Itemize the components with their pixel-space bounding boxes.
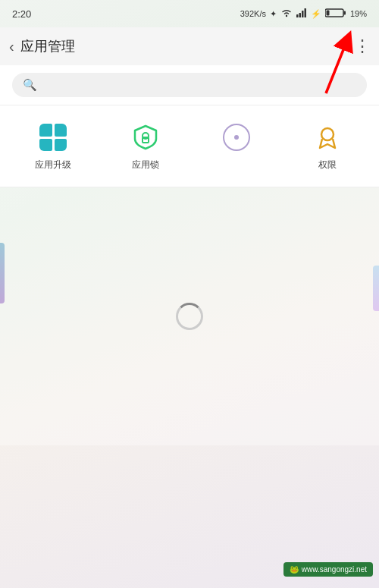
loading-spinner	[176, 303, 203, 330]
unknown-icon-wrap	[220, 121, 253, 154]
search-input[interactable]	[43, 79, 356, 91]
action-item-upgrade[interactable]: 应用升级	[26, 118, 80, 175]
upgrade-icon-wrap	[36, 121, 70, 154]
status-icons: 392K/s ✦ ⚡ 19%	[240, 8, 367, 20]
upgrade-label: 应用升级	[35, 159, 71, 171]
network-speed: 392K/s	[240, 9, 266, 18]
right-decorative-strip	[373, 266, 379, 311]
battery-icon	[325, 8, 346, 20]
bluetooth-icon: ✦	[270, 9, 277, 19]
lock-icon-wrap	[129, 121, 162, 154]
wifi-icon	[280, 8, 293, 20]
shield-icon	[132, 124, 159, 151]
svg-point-0	[286, 15, 287, 17]
svg-point-13	[321, 128, 334, 140]
svg-rect-2	[299, 13, 301, 17]
upgrade-icon	[39, 124, 67, 151]
svg-rect-6	[343, 11, 346, 15]
watermark-site: www.sangongzi.net	[302, 565, 367, 574]
grid-cell-tl	[39, 124, 52, 137]
watermark: 🐸 www.sangongzi.net	[0, 550, 379, 588]
header-left: ‹ 应用管理	[9, 37, 75, 55]
back-button[interactable]: ‹	[9, 38, 14, 55]
grid-cell-tr	[55, 124, 67, 137]
badge-icon-wrap	[311, 121, 344, 154]
search-bar: 🔍	[0, 65, 379, 105]
status-bar: 2:20 392K/s ✦ ⚡	[0, 0, 379, 27]
action-item-rights[interactable]: 权限	[302, 118, 353, 175]
svg-point-12	[234, 135, 239, 140]
watermark-badge: 🐸 www.sangongzi.net	[283, 562, 373, 577]
left-decorative-strip	[0, 243, 5, 303]
charging-icon: ⚡	[311, 9, 321, 19]
lock-label: 应用锁	[132, 159, 159, 171]
search-input-wrap[interactable]: 🔍	[12, 73, 367, 97]
content-area	[0, 187, 379, 445]
grid-cell-bl	[39, 139, 52, 152]
more-options-button[interactable]: ⋮	[354, 36, 370, 56]
grid-cell-br	[55, 139, 67, 152]
quick-actions-grid: 应用升级 应用锁	[0, 105, 379, 187]
svg-rect-7	[326, 11, 329, 16]
action-item-lock[interactable]: 应用锁	[120, 118, 171, 175]
svg-rect-4	[304, 8, 306, 17]
svg-rect-1	[296, 14, 299, 17]
watermark-icon: 🐸	[290, 565, 299, 574]
rights-label: 权限	[318, 159, 337, 171]
svg-rect-3	[302, 11, 304, 17]
signal-icon	[296, 8, 307, 19]
status-time: 2:20	[12, 8, 31, 20]
circle-icon	[223, 124, 250, 151]
badge-icon	[314, 124, 341, 151]
battery-percent: 19%	[350, 9, 367, 18]
action-item-unknown[interactable]	[211, 118, 262, 175]
page-title: 应用管理	[20, 37, 75, 55]
app-header: ‹ 应用管理 ⋮	[0, 27, 379, 65]
search-icon: 🔍	[23, 78, 37, 92]
